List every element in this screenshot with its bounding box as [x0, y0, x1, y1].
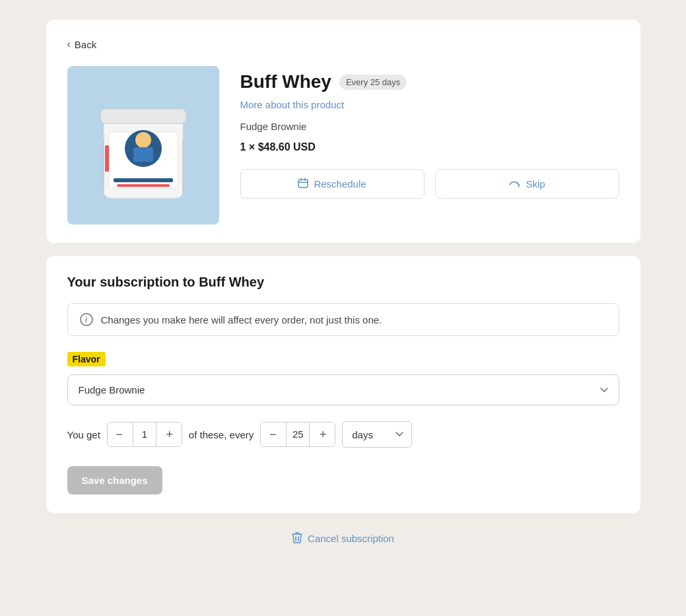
trash-icon	[292, 531, 302, 545]
frequency-badge: Every 25 days	[339, 75, 407, 90]
period-select[interactable]: days weeks months	[342, 421, 412, 448]
subscription-card: Your subscription to Buff Whey i Changes…	[46, 256, 640, 513]
flavor-select[interactable]: Fudge Brownie Chocolate Vanilla Strawber…	[67, 374, 619, 405]
info-text: Changes you make here will affect every …	[101, 314, 382, 325]
product-price: 1 × $48.60 USD	[240, 141, 619, 153]
quantity-label: You get	[67, 429, 100, 440]
more-about-link[interactable]: More about this product	[240, 99, 619, 110]
page-container: ‹ Back	[46, 20, 640, 551]
quantity-row: You get − 1 + of these, every − 25 + day…	[67, 421, 619, 448]
frequency-stepper: − 25 +	[260, 422, 335, 447]
product-flavor: Fudge Brownie	[240, 121, 619, 132]
svg-rect-6	[114, 178, 173, 182]
product-info: Buff Whey Every 25 days More about this …	[240, 66, 619, 199]
svg-rect-7	[117, 184, 170, 187]
frequency-increase-button[interactable]: +	[311, 423, 335, 446]
cancel-row: Cancel subscription	[46, 526, 640, 551]
product-title: Buff Whey	[240, 71, 331, 92]
product-image	[67, 66, 219, 224]
cancel-subscription-label: Cancel subscription	[308, 533, 394, 544]
reschedule-label: Reschedule	[314, 178, 366, 189]
skip-icon	[508, 178, 520, 189]
back-chevron-icon: ‹	[67, 38, 71, 50]
quantity-value: 1	[133, 423, 156, 446]
quantity-decrease-button[interactable]: −	[108, 423, 131, 446]
quantity-increase-button[interactable]: +	[158, 423, 182, 446]
back-label: Back	[75, 39, 96, 50]
reschedule-button[interactable]: Reschedule	[240, 169, 425, 199]
cancel-subscription-link[interactable]: Cancel subscription	[292, 531, 394, 545]
save-label: Save changes	[82, 475, 148, 486]
skip-label: Skip	[526, 178, 545, 189]
product-card: ‹ Back	[46, 20, 640, 243]
info-banner: i Changes you make here will affect ever…	[67, 303, 619, 336]
svg-rect-5	[133, 147, 153, 162]
skip-button[interactable]: Skip	[435, 169, 619, 199]
frequency-decrease-button[interactable]: −	[261, 423, 285, 446]
of-these-label: of these, every	[189, 429, 254, 440]
svg-rect-10	[105, 145, 109, 172]
info-icon: i	[80, 313, 93, 326]
back-button[interactable]: ‹ Back	[67, 38, 97, 50]
save-changes-button[interactable]: Save changes	[67, 466, 162, 495]
flavor-label: Flavor	[67, 352, 106, 366]
quantity-stepper: − 1 +	[107, 422, 182, 447]
action-buttons: Reschedule Skip	[240, 169, 619, 199]
svg-rect-1	[100, 109, 186, 123]
product-tub-svg	[90, 79, 196, 211]
product-section: Buff Whey Every 25 days More about this …	[67, 66, 619, 224]
reschedule-icon	[298, 178, 308, 190]
svg-point-4	[135, 132, 151, 148]
svg-rect-11	[298, 180, 308, 188]
frequency-value: 25	[286, 423, 310, 446]
product-header: Buff Whey Every 25 days	[240, 71, 619, 92]
subscription-title: Your subscription to Buff Whey	[67, 275, 619, 290]
